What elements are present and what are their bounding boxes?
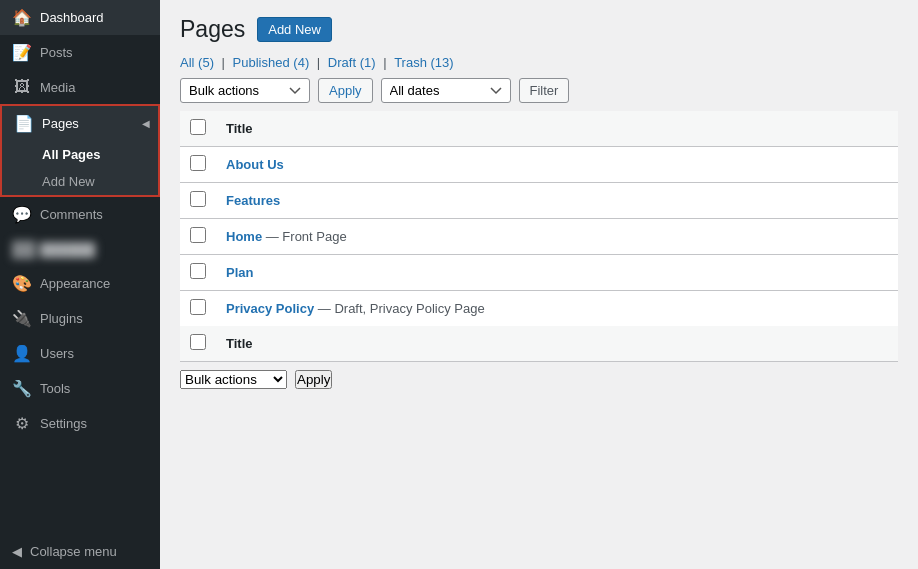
media-icon: 🖼 bbox=[12, 78, 32, 96]
pages-submenu: All Pages Add New bbox=[2, 141, 158, 195]
collapse-menu[interactable]: ◀ Collapse menu bbox=[0, 534, 160, 569]
posts-icon: 📝 bbox=[12, 43, 32, 62]
page-header: Pages Add New bbox=[180, 16, 898, 43]
appearance-icon: 🎨 bbox=[12, 274, 32, 293]
select-all-footer-checkbox[interactable] bbox=[190, 334, 206, 350]
header-title-col: Title bbox=[216, 111, 898, 147]
sidebar-subitem-add-new[interactable]: Add New bbox=[2, 168, 158, 195]
pages-group: 📄 Pages All Pages Add New bbox=[0, 104, 160, 197]
sidebar-item-posts[interactable]: 📝 Posts bbox=[0, 35, 160, 70]
dates-select[interactable]: All dates bbox=[381, 78, 511, 103]
filter-button[interactable]: Filter bbox=[519, 78, 570, 103]
dashboard-icon: 🏠 bbox=[12, 8, 32, 27]
row-title-col: About Us bbox=[216, 147, 898, 183]
row-checkbox-col bbox=[180, 183, 216, 219]
table-row: About Us bbox=[180, 147, 898, 183]
sidebar-item-dashboard[interactable]: 🏠 Dashboard bbox=[0, 0, 160, 35]
page-title-link[interactable]: About Us bbox=[226, 157, 284, 172]
bulk-actions-select-top[interactable]: Bulk actionsEditMove to Trash bbox=[180, 78, 310, 103]
sidebar-item-label: Users bbox=[40, 346, 74, 361]
users-icon: 👤 bbox=[12, 344, 32, 363]
sidebar-item-label: Tools bbox=[40, 381, 70, 396]
row-title-col: Plan bbox=[216, 255, 898, 291]
row-checkbox-col bbox=[180, 147, 216, 183]
sidebar-item-settings[interactable]: ⚙ Settings bbox=[0, 406, 160, 441]
table-footer-row: Title bbox=[180, 326, 898, 362]
pages-table: Title About Us Features bbox=[180, 111, 898, 362]
select-all-checkbox[interactable] bbox=[190, 119, 206, 135]
sidebar-item-label: Comments bbox=[40, 207, 103, 222]
sidebar-item-label: Appearance bbox=[40, 276, 110, 291]
sidebar-item-label: Pages bbox=[42, 116, 79, 131]
table-row: Plan bbox=[180, 255, 898, 291]
apply-button-bottom[interactable]: Apply bbox=[295, 370, 332, 389]
row-checkbox[interactable] bbox=[190, 263, 206, 279]
page-title-link[interactable]: Features bbox=[226, 193, 280, 208]
page-title-link[interactable]: Plan bbox=[226, 265, 253, 280]
footer-title-col: Title bbox=[216, 326, 898, 362]
top-toolbar: Bulk actionsEditMove to Trash Apply All … bbox=[180, 78, 898, 103]
row-checkbox[interactable] bbox=[190, 155, 206, 171]
filter-published[interactable]: Published (4) bbox=[233, 55, 313, 70]
add-new-button[interactable]: Add New bbox=[257, 17, 332, 42]
page-title-link[interactable]: Privacy Policy bbox=[226, 301, 314, 316]
footer-checkbox-col bbox=[180, 326, 216, 362]
bulk-actions-select-bottom[interactable]: Bulk actionsEditMove to Trash bbox=[180, 370, 287, 389]
sidebar-item-users[interactable]: 👤 Users bbox=[0, 336, 160, 371]
sidebar-subitem-all-pages[interactable]: All Pages bbox=[2, 141, 158, 168]
apply-button-top[interactable]: Apply bbox=[318, 78, 373, 103]
row-checkbox[interactable] bbox=[190, 227, 206, 243]
pages-icon: 📄 bbox=[14, 114, 34, 133]
page-suffix: — Draft, Privacy Policy Page bbox=[318, 301, 485, 316]
row-title-col: Home — Front Page bbox=[216, 219, 898, 255]
bottom-toolbar: Bulk actionsEditMove to Trash Apply bbox=[180, 370, 898, 389]
sidebar-item-comments[interactable]: 💬 Comments bbox=[0, 197, 160, 232]
page-suffix: — Front Page bbox=[266, 229, 347, 244]
collapse-label: Collapse menu bbox=[30, 544, 117, 559]
collapse-icon: ◀ bbox=[12, 544, 22, 559]
filter-draft[interactable]: Draft (1) bbox=[328, 55, 379, 70]
sidebar-item-media[interactable]: 🖼 Media bbox=[0, 70, 160, 104]
sidebar-item-tools[interactable]: 🔧 Tools bbox=[0, 371, 160, 406]
plugins-icon: 🔌 bbox=[12, 309, 32, 328]
tools-icon: 🔧 bbox=[12, 379, 32, 398]
table-header-row: Title bbox=[180, 111, 898, 147]
sidebar-item-label: Plugins bbox=[40, 311, 83, 326]
sidebar-item-pages[interactable]: 📄 Pages bbox=[2, 106, 158, 141]
sidebar-item-blurred: ▓▓ ██████ bbox=[0, 232, 160, 266]
table-row: Privacy Policy — Draft, Privacy Policy P… bbox=[180, 291, 898, 327]
table-row: Features bbox=[180, 183, 898, 219]
sidebar: 🏠 Dashboard 📝 Posts 🖼 Media 📄 Pages All … bbox=[0, 0, 160, 569]
row-checkbox-col bbox=[180, 219, 216, 255]
filter-links: All (5) | Published (4) | Draft (1) | Tr… bbox=[180, 55, 898, 70]
filter-all[interactable]: All (5) bbox=[180, 55, 218, 70]
table-row: Home — Front Page bbox=[180, 219, 898, 255]
row-checkbox-col bbox=[180, 291, 216, 327]
page-title: Pages bbox=[180, 16, 245, 43]
sidebar-item-label: Media bbox=[40, 80, 75, 95]
sidebar-item-appearance[interactable]: 🎨 Appearance bbox=[0, 266, 160, 301]
sidebar-item-label: Posts bbox=[40, 45, 73, 60]
row-title-col: Features bbox=[216, 183, 898, 219]
main-content: Pages Add New All (5) | Published (4) | … bbox=[160, 0, 918, 569]
sidebar-item-plugins[interactable]: 🔌 Plugins bbox=[0, 301, 160, 336]
row-checkbox-col bbox=[180, 255, 216, 291]
filter-trash[interactable]: Trash (13) bbox=[394, 55, 454, 70]
sidebar-item-label: Settings bbox=[40, 416, 87, 431]
comments-icon: 💬 bbox=[12, 205, 32, 224]
row-title-col: Privacy Policy — Draft, Privacy Policy P… bbox=[216, 291, 898, 327]
sidebar-item-label: Dashboard bbox=[40, 10, 104, 25]
page-title-link[interactable]: Home bbox=[226, 229, 262, 244]
row-checkbox[interactable] bbox=[190, 191, 206, 207]
settings-icon: ⚙ bbox=[12, 414, 32, 433]
row-checkbox[interactable] bbox=[190, 299, 206, 315]
header-checkbox-col bbox=[180, 111, 216, 147]
